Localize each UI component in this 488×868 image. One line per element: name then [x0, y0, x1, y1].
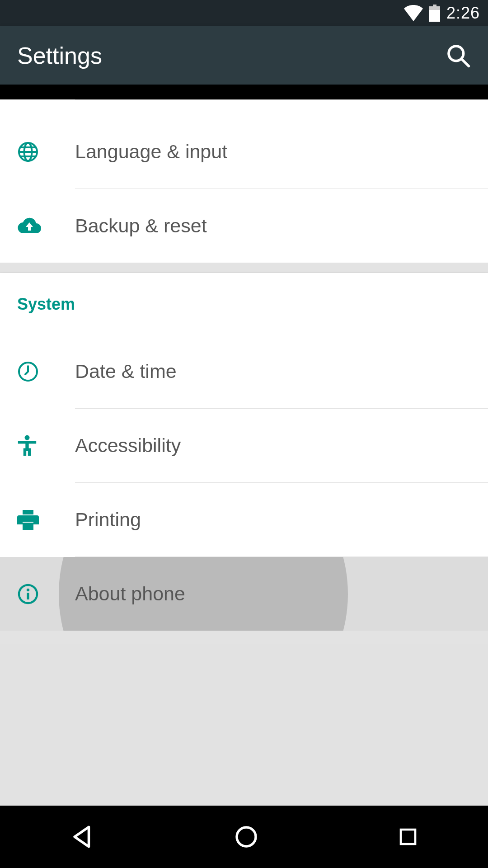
wifi-icon [404, 5, 423, 21]
svg-rect-12 [23, 448, 26, 456]
status-bar: 2:26 [0, 0, 488, 26]
list-bottom-gap [0, 631, 488, 644]
list-item-label: Language & input [75, 141, 488, 163]
svg-rect-14 [23, 510, 33, 514]
battery-icon [429, 5, 440, 22]
settings-section-system: System Date & time Access [0, 273, 488, 631]
svg-point-19 [237, 827, 256, 846]
info-icon [17, 583, 75, 605]
page-title: Settings [17, 42, 102, 69]
svg-rect-18 [27, 593, 29, 599]
list-item-label: Accessibility [75, 434, 488, 457]
svg-rect-2 [429, 10, 440, 22]
list-item-backup-reset[interactable]: Backup & reset [0, 189, 488, 263]
cloud-upload-icon [17, 217, 75, 235]
list-item-label: Backup & reset [75, 215, 488, 237]
svg-point-17 [27, 588, 29, 591]
printer-icon [17, 510, 75, 530]
section-header-system: System [0, 273, 488, 335]
list-item-accessibility[interactable]: Accessibility [0, 409, 488, 482]
svg-rect-11 [18, 441, 36, 443]
list-item-language-input[interactable]: Language & input [0, 115, 488, 189]
svg-point-9 [25, 435, 30, 440]
accessibility-icon [17, 435, 75, 457]
nav-back-button[interactable] [69, 824, 95, 850]
section-divider [0, 263, 488, 273]
app-bar: Settings [0, 26, 488, 85]
list-item-label: About phone [75, 583, 488, 605]
svg-line-4 [461, 59, 469, 66]
list-item-label: Date & time [75, 360, 488, 382]
svg-rect-15 [23, 523, 33, 530]
navigation-bar [0, 806, 488, 868]
svg-rect-20 [401, 830, 415, 844]
list-item-label: Printing [75, 509, 488, 531]
nav-home-button[interactable] [234, 824, 259, 849]
list-item-printing[interactable]: Printing [0, 483, 488, 557]
status-clock: 2:26 [446, 4, 480, 23]
settings-list[interactable]: Language & input Backup & reset System [0, 99, 488, 821]
nav-recents-button[interactable] [397, 826, 419, 848]
search-button[interactable] [446, 43, 471, 68]
globe-icon [17, 141, 75, 163]
list-item-date-time[interactable]: Date & time [0, 335, 488, 408]
svg-rect-0 [433, 5, 436, 6]
svg-rect-13 [28, 448, 31, 456]
clock-icon [17, 361, 75, 382]
list-item-about-phone[interactable]: About phone [0, 557, 488, 631]
settings-section-personal: Language & input Backup & reset [0, 99, 488, 263]
